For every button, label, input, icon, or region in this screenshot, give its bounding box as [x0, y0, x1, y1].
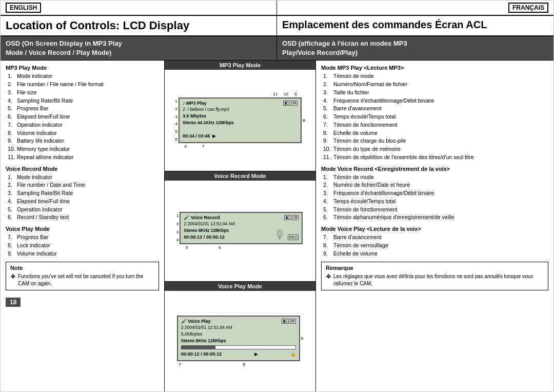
list-item: 11.Témoin de répétition de l'ensemble de… — [323, 153, 548, 162]
vp-time: 00:00:12 / 00:05:12 — [181, 351, 222, 357]
list-item: 8.Témoin de verrouillage — [323, 242, 548, 250]
osd-line2-fr: Play/Voice Record/Play) — [282, 48, 548, 57]
list-item: 2.Numéro de fichier/Date et heure — [323, 181, 548, 189]
language-header: ENGLISH FRANÇAIS — [1, 1, 553, 16]
note-box-fr: Remarque ❖ Les réglages que vous avez dé… — [321, 262, 548, 290]
mp3-top-callouts: 11 10 9 — [175, 92, 305, 96]
content-area: MP3 Play Mode 1.Mode indicator 2.File nu… — [1, 61, 553, 391]
mp3-mode-title-fr: Mode MP3 Play <Lecture MP3> — [321, 65, 548, 71]
mp3-quality: Stereo 44.1KHz 128Kbps — [183, 120, 234, 125]
fr-note-title: Remarque — [326, 265, 544, 271]
voice-play-lcd-section: Voice Play Mode 🎤 Voice Play ▮▯ — [165, 282, 315, 391]
callout-8: 8 — [303, 118, 305, 123]
vp-mode-text: 🎤 Voice Play — [181, 319, 211, 324]
mp3-lcd-row4: Stereo 44.1KHz 128Kbps — [183, 120, 298, 126]
voice-play-container: 🎤 Voice Play ▮▯ M 2 2004/01/01 12:51:04 … — [177, 316, 303, 367]
vr-memory-icon: M — [292, 215, 299, 220]
vp-progress-fill — [182, 346, 216, 349]
list-item: 10.Memory type indicator — [8, 145, 159, 153]
mp3-mode-title-en: MP3 Play Mode — [6, 65, 159, 71]
fr-note-content: ❖ Les réglages que vous avez définis pou… — [326, 273, 544, 287]
voice-record-left-callouts: 1 2 3 4 — [176, 212, 179, 244]
voice-record-screen-wrap: 1 2 3 4 🎤 Voice Record — [165, 181, 315, 281]
mp3-filesize: 3.6 Mbytes — [183, 113, 206, 119]
list-item: 7.Témoin de fonctionnement — [323, 121, 548, 129]
mp3-time: 00:34 / 03:46 — [183, 133, 210, 139]
list-item: 7.Operation indicator — [8, 121, 159, 129]
note-text-en: Functions you've set will not be cancele… — [18, 273, 154, 287]
callout-3: 3 — [175, 114, 177, 119]
mp3-right-callout: 8 — [303, 97, 305, 143]
voice-record-lcd-display: 🎤 Voice Record ▮▯ M 2 2004/01/01 12:51:0… — [180, 212, 303, 244]
vr-datetime: 2 2004/01/01 12:51:04 AM — [184, 221, 235, 226]
voice-play-screen-row: 🎤 Voice Play ▮▯ M 2 2004/01/01 12:51:04 … — [177, 316, 303, 361]
list-item: 3.Taille du fichier — [323, 89, 548, 97]
right-panel-french: Mode MP3 Play <Lecture MP3> 1.Témoin de … — [316, 61, 553, 391]
voice-record-lcd-title: Voice Record Mode — [165, 171, 315, 181]
center-panel-lcds: MP3 Play Mode 11 10 9 1 2 — [165, 61, 316, 391]
vp-lcd-row4: Stereo 8KHz 128Kbps — [181, 338, 296, 344]
vp-bottom-callouts: 7 8 — [177, 362, 303, 367]
callout-9: 9 — [294, 92, 296, 96]
vp-lcd-row3: 5.0Mbytes — [181, 331, 296, 337]
mp3-lcd-row3: 3.6 Mbytes — [183, 113, 298, 119]
vp-callout-7: 7 — [179, 362, 181, 367]
list-item: 4.Sampling Rate/Bit Rate — [8, 97, 159, 105]
list-item: 9.Echelle de volume — [323, 250, 548, 258]
page: ENGLISH FRANÇAIS Location of Controls: L… — [0, 0, 554, 392]
voice-record-container: 1 2 3 4 🎤 Voice Record — [176, 212, 304, 250]
vr-callout-6: 6 — [219, 245, 221, 250]
vr-callout-3: 3 — [176, 230, 179, 234]
vp-datetime: 2 2004/01/01 12:51:04 AM — [181, 325, 232, 330]
osd-subtitle-english: OSD (On Screen Display in MP3 Play Mode … — [1, 36, 277, 60]
list-item: 1.Témoin de mode — [323, 72, 548, 81]
list-item: 4.Elapsed time/Full time — [8, 198, 159, 206]
french-badge: FRANÇAIS — [508, 3, 548, 13]
voice-record-section-en: Voice Record Mode 1.Mode indicator 2.Fil… — [6, 166, 159, 222]
osd-line1-fr: OSD (affichage à l'écran en modes MP3 — [282, 39, 548, 48]
voice-record-screen-row: 1 2 3 4 🎤 Voice Record — [176, 212, 304, 244]
mp3-mode-list-fr: 1.Témoin de mode 2.Numéro/Nom/Format de … — [321, 72, 548, 161]
voice-play-section-fr: Mode Voice Play <Lecture de la voix> 7.B… — [321, 226, 548, 258]
mp3-lcd-screen-wrap: 11 10 9 1 2 3 4 5 6 — [165, 70, 315, 170]
list-item: 1.Mode indicator — [8, 72, 159, 81]
list-item: 2.Numéro/Nom/Format de fichier — [323, 81, 548, 89]
list-item: 5.Progress Bar — [8, 105, 159, 113]
vp-lcd-row1: 🎤 Voice Play ▮▯ M — [181, 319, 296, 324]
list-item: 5.Témoin de fonctionnement — [323, 206, 548, 214]
vp-quality: Stereo 8KHz 128Kbps — [181, 338, 226, 343]
voice-record-title-fr: Mode Voice Record <Enregistrement de la … — [321, 166, 548, 172]
vp-right-callout: 9 — [301, 316, 303, 361]
note-content-en: ❖ Functions you've set will not be cance… — [10, 273, 154, 287]
mp3-left-callouts: 1 2 3 4 5 6 — [175, 97, 177, 143]
callout-10: 10 — [284, 92, 288, 96]
callout-2: 2 — [175, 107, 177, 111]
vp-memory-icon: M — [290, 319, 296, 324]
vr-callout-4: 4 — [176, 238, 179, 242]
voice-play-title-fr: Mode Voice Play <Lecture de la voix> — [321, 226, 548, 232]
vr-rec-indicator: REC — [288, 234, 299, 240]
list-item: 4.Temps écoulé/Temps total — [323, 198, 548, 206]
main-title-row: Location of Controls: LCD Display Emplac… — [1, 16, 553, 36]
voice-record-list-fr: 1.Témoin de mode 2.Numéro de fichier/Dat… — [321, 173, 548, 222]
list-item: 7.Progress Bar — [8, 233, 159, 242]
osd-line1-en: OSD (On Screen Display in MP3 Play — [6, 39, 271, 48]
list-item: 5.Operation indicator — [8, 206, 159, 214]
vp-play-icon: ▶ — [254, 351, 258, 357]
list-item: 6.Record / Standby text — [8, 213, 159, 222]
vp-battery-icon: ▮▯ — [282, 319, 289, 324]
list-item: 3.Sampling Rate/Bit Rate — [8, 189, 159, 198]
list-item: 9.Battery life indicator — [8, 137, 159, 145]
mp3-play-icon: ▶ — [212, 133, 216, 139]
list-item: 1.Témoin de mode — [323, 173, 548, 182]
vp-progress-bar — [181, 345, 296, 349]
list-item: 8.Volume indicator — [8, 129, 159, 138]
vp-lcd-row2: 2 2004/01/01 12:51:04 AM — [181, 325, 296, 330]
vp-lcd-row6: 00:00:12 / 00:05:12 ▶ 🔒 — [181, 351, 296, 357]
mp3-lcd-row2: 2. I believe I can fly.mp3 — [183, 107, 298, 112]
list-item: 8.Echelle de volume — [323, 129, 548, 138]
list-item: 9.Témoin de charge du bloc-pile — [323, 137, 548, 145]
mp3-mode-text: ♪ MP3 Play — [183, 101, 207, 106]
list-item: 6.Témoin alphanumérique d'enregistrement… — [323, 213, 548, 222]
vp-callout-8: 8 — [243, 362, 245, 367]
